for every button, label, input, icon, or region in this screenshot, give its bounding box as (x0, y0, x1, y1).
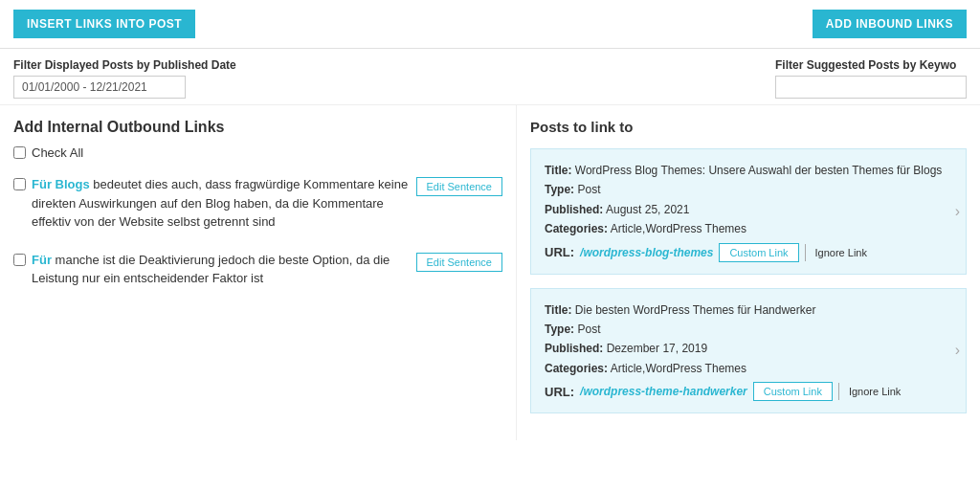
post-card-1-categories-label: Categories: (545, 222, 608, 235)
post-card-2-published: Dezember 17, 2019 (607, 342, 707, 355)
post-card-1-url-label: URL: (545, 245, 574, 259)
post-card-1-published-label: Published: (545, 203, 603, 216)
post-card-2-title: Die besten WordPress Themes für Handwerk… (575, 303, 816, 317)
post-card-2-title-row: Title: Die besten WordPress Themes für H… (545, 301, 952, 320)
post-card-2: Title: Die besten WordPress Themes für H… (530, 288, 967, 414)
post-card-2-categories-label: Categories: (545, 362, 608, 375)
custom-link-button-2[interactable]: Custom Link (753, 382, 833, 401)
right-panel: Posts to link to Title: WordPress Blog T… (517, 105, 980, 440)
insert-links-button[interactable]: INSERT LINKS INTO POST (13, 10, 195, 38)
post-card-2-type-label: Type: (545, 323, 574, 336)
add-inbound-button[interactable]: ADD INBOUND LINKS (813, 10, 967, 38)
post-card-1-title-row: Title: WordPress Blog Themes: Unsere Aus… (545, 161, 952, 180)
post-card-2-categories-row: Categories: Article,WordPress Themes (545, 359, 952, 378)
check-all-row: Check All (13, 145, 502, 160)
sentence-checkbox-1[interactable] (13, 178, 26, 190)
post-card-1-type-row: Type: Post (545, 180, 952, 199)
post-card-1: Title: WordPress Blog Themes: Unsere Aus… (530, 148, 967, 275)
sentence-item-1: Für Blogs bedeutet dies auch, dass fragw… (13, 175, 502, 232)
sentence-highlight-2: Für (32, 253, 52, 267)
filter-date-input[interactable] (13, 76, 186, 99)
post-card-2-type: Post (577, 323, 600, 336)
sentence-text-2: Für manche ist die Deaktivierung jedoch … (32, 251, 411, 288)
post-card-2-published-row: Published: Dezember 17, 2019 (545, 339, 952, 358)
main-content: Add Internal Outbound Links Check All Fü… (0, 105, 980, 440)
post-card-1-published-row: Published: August 25, 2021 (545, 200, 952, 219)
sentence-text-1: Für Blogs bedeutet dies auch, dass fragw… (32, 175, 411, 232)
post-card-1-type: Post (577, 183, 600, 196)
post-card-1-type-label: Type: (545, 183, 574, 196)
post-card-1-url: /wordpress-blog-themes (580, 246, 713, 259)
post-card-1-published: August 25, 2021 (606, 203, 689, 216)
edit-sentence-button-1[interactable]: Edit Sentence (416, 177, 503, 196)
check-all-checkbox[interactable] (13, 146, 26, 159)
ignore-link-button-2[interactable]: Ignore Link (838, 383, 910, 400)
post-card-2-actions: URL: /wordpress-theme-handwerker Custom … (545, 382, 952, 401)
top-bar: INSERT LINKS INTO POST ADD INBOUND LINKS (0, 0, 980, 49)
post-card-1-actions: URL: /wordpress-blog-themes Custom Link … (545, 243, 952, 262)
post-card-1-title-label: Title: (545, 164, 571, 177)
sentence-highlight-1: Für Blogs (32, 177, 90, 191)
edit-sentence-button-2[interactable]: Edit Sentence (416, 253, 503, 272)
section-title: Add Internal Outbound Links (13, 119, 502, 136)
filter-keyword-input[interactable] (775, 76, 967, 99)
post-card-2-categories: Article,WordPress Themes (611, 362, 746, 375)
post-card-2-url-label: URL: (545, 385, 574, 399)
filter-keyword-label: Filter Suggested Posts by Keywo (775, 58, 967, 72)
post-card-2-type-row: Type: Post (545, 320, 952, 339)
post-card-1-categories: Article,WordPress Themes (611, 222, 746, 235)
check-all-label: Check All (32, 145, 83, 160)
post-card-2-url: /wordpress-theme-handwerker (580, 385, 747, 398)
filter-row: Filter Displayed Posts by Published Date… (0, 49, 980, 105)
filter-keyword-section: Filter Suggested Posts by Keywo (775, 58, 967, 99)
post-card-2-published-label: Published: (545, 342, 603, 355)
sentence-checkbox-2[interactable] (13, 254, 26, 266)
sentence-item-2: Für manche ist die Deaktivierung jedoch … (13, 251, 502, 288)
left-panel: Add Internal Outbound Links Check All Fü… (0, 105, 517, 440)
post-card-1-title: WordPress Blog Themes: Unsere Auswahl de… (575, 164, 943, 177)
posts-title: Posts to link to (530, 119, 967, 135)
post-card-1-categories-row: Categories: Article,WordPress Themes (545, 219, 952, 238)
post-card-2-title-label: Title: (545, 303, 571, 317)
sentence-body-2: manche ist die Deaktivierung jedoch die … (32, 253, 390, 286)
ignore-link-button-1[interactable]: Ignore Link (805, 244, 877, 261)
filter-date-label: Filter Displayed Posts by Published Date (13, 58, 236, 72)
filter-date-section: Filter Displayed Posts by Published Date (13, 58, 236, 99)
scroll-indicator-2: › (955, 342, 960, 359)
scroll-indicator-1: › (955, 203, 960, 220)
custom-link-button-1[interactable]: Custom Link (719, 243, 798, 262)
